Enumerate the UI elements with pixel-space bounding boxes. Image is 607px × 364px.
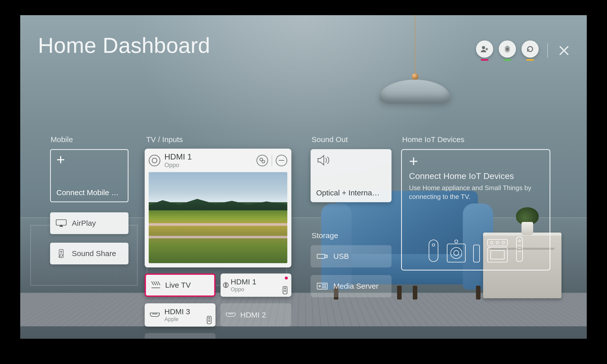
account-button[interactable] (476, 40, 493, 58)
close-button[interactable] (556, 43, 572, 58)
input-tile-live-tv[interactable]: Live TV (145, 274, 215, 297)
account-status-underline (481, 59, 488, 61)
input-tile-subtitle: Apple (164, 316, 190, 323)
section-label-iot: Home IoT Devices (402, 135, 464, 144)
phone-icon (472, 244, 481, 263)
svg-point-10 (285, 288, 286, 289)
sound-out-value: Optical + Interna… (316, 189, 386, 197)
svg-rect-17 (317, 254, 325, 258)
disc-icon (225, 283, 227, 287)
remote-icon (282, 286, 288, 294)
svg-point-0 (482, 46, 485, 49)
svg-rect-35 (491, 251, 504, 259)
svg-point-33 (502, 241, 505, 244)
storage-usb-label: USB (333, 252, 349, 261)
oven-icon (486, 238, 509, 263)
settings-icon (503, 45, 512, 53)
svg-point-31 (490, 241, 493, 244)
input-tile-hdmi1[interactable]: HDMI 1 Oppo (221, 274, 291, 297)
svg-rect-23 (429, 240, 438, 262)
input-preview-thumbnail (149, 172, 287, 263)
storage-media-server-label: Media Server (333, 282, 378, 290)
section-label-storage: Storage (312, 231, 338, 240)
plus-icon: + (409, 156, 543, 166)
svg-point-28 (454, 251, 459, 256)
media-server-icon (316, 282, 328, 291)
svg-point-22 (319, 285, 320, 287)
current-input-title: HDMI 1 (164, 152, 256, 162)
lamp-shade (379, 80, 450, 104)
svg-point-4 (61, 251, 62, 252)
airplay-label: AirPlay (72, 219, 96, 228)
refresh-status-underline (526, 59, 534, 61)
plus-icon: + (56, 154, 122, 165)
storage-media-server-button[interactable]: Media Server (311, 275, 392, 297)
input-tile-hdmi4[interactable]: HDMI 4 (145, 333, 215, 339)
speaker-icon (316, 154, 330, 166)
remove-input-button[interactable] (276, 155, 287, 166)
svg-point-24 (432, 244, 435, 246)
home-dashboard-screen: Home Dashboard (20, 15, 587, 339)
svg-point-37 (518, 240, 521, 242)
sound-share-button[interactable]: ✱ Sound Share (50, 243, 128, 264)
sound-share-icon: ✱ (56, 249, 67, 258)
connect-mobile-card[interactable]: + Connect Mobile … (50, 149, 128, 202)
header-actions (476, 40, 572, 61)
storage-usb-button[interactable]: USB (311, 245, 392, 267)
input-tile-title: Live TV (165, 281, 191, 289)
input-tile-title: HDMI 1 (231, 278, 256, 286)
page-title: Home Dashboard (38, 33, 210, 58)
action-separator (272, 155, 272, 166)
active-indicator-dot (285, 277, 288, 280)
svg-rect-18 (325, 255, 327, 258)
connect-iot-card[interactable]: + Connect Home IoT Devices Use Home appl… (401, 149, 550, 270)
sync-devices-button[interactable] (256, 155, 268, 166)
input-tile-hdmi2[interactable]: HDMI 2 (221, 303, 291, 327)
disc-icon (149, 155, 160, 166)
iot-appliance-icons (402, 235, 550, 263)
hdmi-icon (149, 311, 160, 318)
lamp-cap (412, 73, 418, 80)
svg-point-27 (451, 247, 462, 259)
sound-out-card[interactable]: Optical + Interna… (311, 149, 392, 202)
svg-rect-26 (447, 244, 465, 262)
iot-card-title: Connect Home IoT Devices (409, 171, 543, 181)
input-tile-title: HDMI 3 (164, 307, 190, 316)
settings-button[interactable] (499, 40, 516, 58)
user-star-icon (480, 45, 489, 53)
current-input-card[interactable]: HDMI 1 Oppo (145, 149, 291, 267)
washer-icon (446, 239, 467, 263)
current-input-subtitle: Oppo (164, 162, 256, 169)
refresh-button[interactable] (522, 40, 539, 58)
settings-status-underline (504, 59, 511, 61)
svg-rect-2 (56, 220, 66, 225)
svg-point-32 (496, 241, 499, 244)
remote-icon (206, 316, 212, 324)
antenna-icon (150, 280, 161, 290)
usb-icon (316, 252, 328, 261)
svg-point-8 (262, 160, 265, 163)
sound-share-label: Sound Share (72, 249, 116, 258)
input-tile-title: HDMI 2 (240, 311, 266, 319)
svg-rect-29 (473, 245, 480, 262)
svg-point-25 (455, 240, 458, 243)
refresh-icon (526, 45, 534, 53)
airplay-button[interactable]: AirPlay (50, 212, 128, 234)
svg-point-14 (209, 317, 210, 318)
section-label-tv-inputs: TV / Inputs (146, 135, 183, 144)
sync-icon (259, 157, 266, 164)
airplay-icon (56, 219, 67, 228)
svg-rect-36 (516, 237, 523, 262)
speaker-device-icon (427, 238, 440, 263)
input-tile-hdmi3[interactable]: HDMI 3 Apple (145, 303, 215, 327)
hdmi-icon (225, 311, 236, 318)
remote-device-icon (514, 235, 525, 263)
svg-text:✱: ✱ (58, 256, 60, 258)
svg-point-5 (60, 254, 62, 257)
section-label-mobile: Mobile (51, 135, 73, 144)
section-label-sound-out: Sound Out (312, 135, 348, 144)
header-separator (547, 43, 548, 58)
iot-card-description: Use Home appliance and Small Things by c… (409, 184, 543, 201)
connect-mobile-label: Connect Mobile … (56, 188, 122, 197)
input-tile-subtitle: Oppo (231, 286, 256, 293)
